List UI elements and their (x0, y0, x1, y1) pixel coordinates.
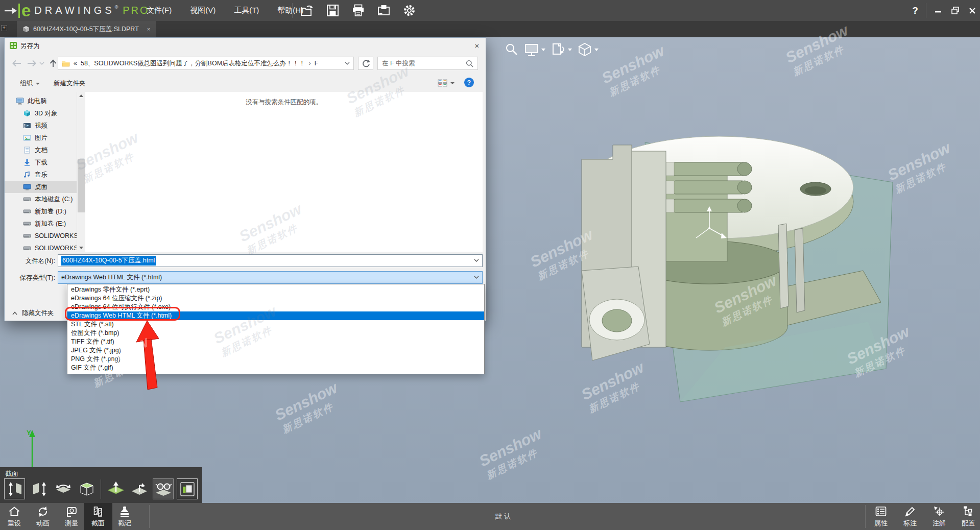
sidebar-item-music[interactable]: 音乐 (5, 168, 77, 181)
section-button[interactable]: 截面 (84, 503, 112, 530)
breadcrumb-folder[interactable]: 58、SOLIDWORKS做总图遇到问题了，分割BOM后表格定位不准怎么办！！！ (81, 59, 305, 68)
save-icon[interactable] (326, 4, 340, 17)
breadcrumb-separator: › (309, 60, 311, 67)
search-input[interactable]: 在 F 中搜索 (377, 57, 478, 70)
forward-icon[interactable] (26, 59, 37, 68)
chevron-down-icon[interactable] (474, 276, 479, 279)
minimize-button[interactable] (929, 0, 946, 21)
sidebar-item-3d-objects[interactable]: 3D 对象 (5, 107, 77, 119)
menu-help[interactable]: 帮助(H) (277, 6, 303, 15)
filetype-option[interactable]: GIF 文件 (*.gif) (67, 364, 484, 372)
help-button[interactable]: ? (906, 0, 924, 21)
open-file-icon[interactable] (300, 4, 314, 17)
print-icon[interactable] (351, 4, 365, 17)
annotations-button[interactable]: 注解 (925, 503, 953, 530)
scroll-down-icon[interactable] (79, 247, 83, 249)
view-orientation-group[interactable] (578, 42, 599, 57)
sidebar-item-solidworks-f[interactable]: SOLIDWORKS (F (5, 242, 77, 252)
close-button[interactable] (964, 0, 980, 21)
breadcrumb[interactable]: « 58、SOLIDWORKS做总图遇到问题了，分割BOM后表格定位不准怎么办！… (58, 57, 354, 70)
hide-folders-button[interactable]: 隐藏文件夹 (22, 309, 54, 318)
filetype-option[interactable]: eDrawings 64 位可执行文件 (*.exe) (67, 303, 484, 311)
scrollbar-thumb[interactable] (78, 159, 85, 212)
dialog-close-button[interactable]: × (470, 39, 484, 52)
sidebar-scrollbar[interactable] (77, 92, 85, 252)
flip-section-zy-button[interactable] (29, 478, 50, 499)
refresh-button[interactable] (358, 57, 373, 70)
show-section-cap-button[interactable] (153, 478, 174, 499)
filetype-option[interactable]: JPEG 文件 (*.jpg) (67, 346, 484, 355)
this-pc-icon (16, 98, 24, 105)
back-icon[interactable] (11, 59, 22, 68)
address-dropdown-icon[interactable] (345, 62, 350, 65)
chevron-down-icon[interactable] (474, 259, 479, 262)
menu-tools[interactable]: 工具(T) (234, 6, 259, 15)
3d-model-section-view[interactable] (562, 102, 950, 429)
sidebar-item-downloads[interactable]: 下载 (5, 156, 77, 168)
view-mode-button[interactable] (438, 79, 455, 87)
recent-locations-icon[interactable] (39, 62, 44, 65)
stamp-icon (118, 505, 131, 518)
active-document-tab[interactable]: 600HZ44X-10Q-00-5下压盖.SLDPRT × (17, 21, 156, 37)
chevron-up-icon[interactable] (12, 311, 17, 315)
filename-input[interactable]: 600HZ44X-10Q-00-5下压盖.html (58, 254, 483, 267)
markup-pages-group[interactable] (551, 42, 572, 57)
tab-close-icon[interactable]: × (147, 26, 150, 32)
filetype-option[interactable]: TIFF 文件 (*.tif) (67, 338, 484, 346)
configuration-button[interactable]: 配置 (954, 503, 980, 530)
edrawings-window: e DRAWINGS ® PRO 文件(F) 视图(V) 工具(T) 帮助(H) (0, 0, 980, 530)
search-icon (466, 60, 473, 67)
savetype-combobox[interactable]: eDrawings Web HTML 文件 (*.html) (58, 271, 483, 284)
pictures-icon (23, 134, 31, 141)
sidebar-item-solidworks[interactable]: SOLIDWORKS (5, 230, 77, 242)
reset-button[interactable]: 重设 (0, 503, 29, 530)
properties-button[interactable]: 属性 (867, 503, 895, 530)
new-tab-button[interactable]: + (1, 25, 7, 31)
sidebar-item-videos[interactable]: 视频 (5, 119, 77, 132)
box-section-button[interactable] (76, 478, 97, 499)
sidebar-item-pictures[interactable]: 图片 (5, 132, 77, 144)
sidebar-item-drive-d[interactable]: 新加卷 (D:) (5, 205, 77, 218)
markup-button[interactable]: 标注 (896, 503, 924, 530)
up-icon[interactable] (49, 59, 58, 68)
sidebar-item-desktop[interactable]: 桌面 (5, 181, 77, 193)
restore-button[interactable] (947, 0, 964, 21)
stamp-button[interactable]: 戳记 (110, 503, 139, 530)
reverse-section-direction-button[interactable] (105, 478, 126, 499)
menu-file[interactable]: 文件(F) (147, 6, 172, 15)
sidebar-item-drive-c[interactable]: 本地磁盘 (C:) (5, 193, 77, 205)
scroll-up-icon[interactable] (79, 94, 83, 97)
rotate-section-plane-button[interactable] (53, 478, 74, 499)
filetype-option[interactable]: STL 文件 (*.stl) (67, 320, 484, 329)
measure-button[interactable]: 测量 (57, 503, 86, 530)
filetype-option-selected[interactable]: eDrawings Web HTML 文件 (*.html) (67, 311, 484, 320)
section-panel: 截面 (0, 467, 202, 503)
display-style-group[interactable] (524, 43, 545, 57)
filetype-option[interactable]: eDrawings 零件文件 (*.eprt) (67, 285, 484, 294)
folder-icon (62, 60, 70, 67)
new-folder-button[interactable]: 新建文件夹 (54, 79, 86, 88)
menu-view[interactable]: 视图(V) (190, 6, 216, 15)
file-list-area[interactable]: 没有与搜索条件匹配的项。 (85, 92, 483, 252)
flip-section-xy-button[interactable] (4, 478, 25, 499)
sidebar-item-drive-e[interactable]: 新加卷 (E:) (5, 218, 77, 230)
organize-button[interactable]: 组织 (20, 79, 40, 88)
bottom-toolbar: 重设 动画 测量 (0, 503, 980, 530)
zoom-icon[interactable] (505, 42, 519, 57)
settings-gear-icon[interactable] (402, 4, 416, 17)
places-sidebar: 此电脑 3D 对象 视频 (5, 92, 77, 252)
rotate-section-button[interactable] (129, 478, 150, 499)
dialog-titlebar[interactable]: 另存为 × (5, 38, 486, 53)
menubar: 文件(F) 视图(V) 工具(T) 帮助(H) (147, 0, 303, 21)
breadcrumb-current[interactable]: F (315, 60, 319, 67)
sidebar-item-documents[interactable]: 文档 (5, 144, 77, 156)
publish-icon[interactable] (377, 4, 391, 17)
sidebar-item-this-pc[interactable]: 此电脑 (5, 95, 77, 107)
filetype-option[interactable]: PNG 文件 (*.png) (67, 355, 484, 364)
section-view-toggle-button[interactable] (177, 478, 198, 499)
music-icon (23, 171, 31, 178)
dialog-help-button[interactable]: ? (464, 78, 474, 87)
animation-button[interactable]: 动画 (29, 503, 57, 530)
filetype-option[interactable]: 位图文件 (*.bmp) (67, 329, 484, 338)
filetype-option[interactable]: eDrawings 64 位压缩文件 (*.zip) (67, 294, 484, 303)
